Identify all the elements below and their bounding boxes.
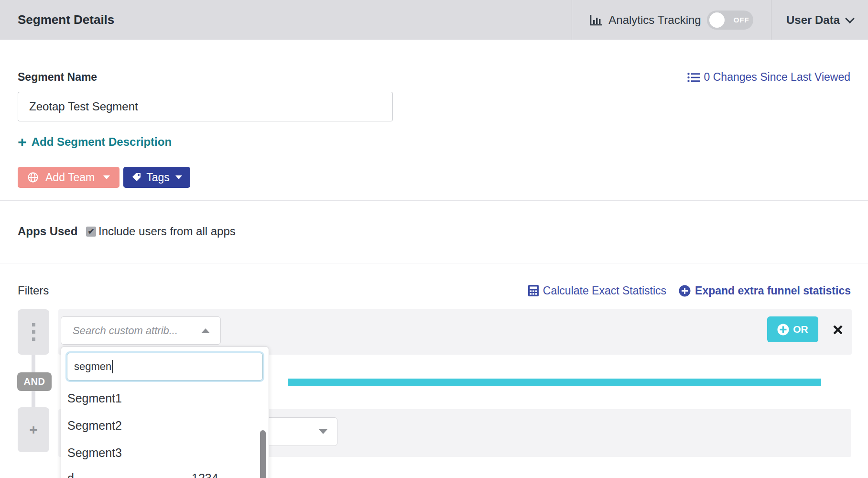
page-title: Segment Details — [18, 12, 114, 27]
dropdown-option[interactable]: Segment2 — [61, 412, 262, 439]
caret-down-icon — [175, 175, 182, 179]
drag-dot — [32, 337, 35, 341]
analytics-tracking-toggle[interactable]: OFF — [707, 11, 753, 30]
add-team-button[interactable]: Add Team — [18, 167, 119, 188]
apps-used-label: Apps Used — [18, 225, 86, 238]
tag-icon — [131, 172, 142, 183]
segment-name-input[interactable] — [18, 92, 393, 121]
chevron-down-icon — [845, 14, 855, 23]
analytics-tracking-label: Analytics Tracking — [608, 13, 701, 27]
tags-label: Tags — [146, 171, 170, 184]
and-connector-badge: AND — [17, 372, 52, 391]
tags-button[interactable]: Tags — [123, 167, 190, 188]
apps-used-section: Apps Used ✔ Include users from all apps — [0, 201, 868, 263]
attribute-search-input[interactable]: segmen — [67, 353, 263, 380]
header-actions: Analytics Tracking OFF User Data — [572, 0, 868, 40]
changes-since-last-viewed-link[interactable]: 0 Changes Since Last Viewed — [687, 71, 850, 84]
add-segment-description-link[interactable]: + Add Segment Description — [18, 135, 172, 149]
calculator-icon — [528, 285, 539, 296]
dropdown-option-partial[interactable]: d 1234 — [61, 465, 262, 478]
plus-circle-icon — [777, 324, 789, 336]
segment-name-section: Segment Name 0 Changes Since Last Viewed… — [0, 40, 868, 188]
plus-icon: + — [18, 136, 27, 148]
drag-dot — [32, 330, 35, 334]
attribute-select-placeholder: Search custom attrib... — [73, 325, 201, 337]
triangle-down-icon — [319, 429, 327, 434]
add-team-label: Add Team — [45, 171, 95, 184]
or-button-label: OR — [793, 324, 808, 335]
toggle-knob — [709, 12, 725, 28]
plus-icon: + — [29, 422, 38, 438]
filters-header: Filters Calculate Exact Statistics Expan… — [0, 284, 868, 297]
include-all-apps-checkbox[interactable]: ✔ — [86, 227, 96, 237]
analytics-tracking-control: Analytics Tracking OFF — [572, 0, 771, 40]
user-data-menu[interactable]: User Data — [771, 0, 868, 40]
attribute-search-value: segmen — [74, 360, 111, 373]
calculate-exact-statistics-link[interactable]: Calculate Exact Statistics — [528, 284, 666, 297]
user-data-label: User Data — [786, 13, 840, 27]
triangle-up-icon — [201, 328, 210, 333]
partial-option-right: 1234 — [192, 471, 218, 478]
remove-filter-button[interactable] — [832, 324, 844, 336]
include-all-apps-label: Include users from all apps — [98, 225, 236, 238]
add-or-condition-button[interactable]: OR — [767, 316, 818, 342]
plus-circle-icon — [679, 285, 691, 297]
filters-title: Filters — [18, 284, 49, 297]
partial-option-left: d — [67, 471, 74, 478]
dropdown-option[interactable]: Segment1 — [61, 385, 262, 412]
segment-name-label: Segment Name — [18, 71, 97, 84]
toggle-state-label: OFF — [730, 16, 753, 24]
attribute-dropdown-panel: segmen Segment1 Segment2 Segment3 d 1234 — [61, 347, 269, 478]
filter-drag-handle[interactable] — [18, 309, 49, 355]
expand-link-label: Expand extra funnel statistics — [695, 284, 851, 297]
custom-attribute-select[interactable]: Search custom attrib... — [61, 316, 221, 345]
section-divider — [0, 263, 868, 263]
page-header: Segment Details Analytics Tracking OFF U… — [0, 0, 868, 40]
checkmark-icon: ✔ — [87, 228, 94, 236]
caret-down-icon — [103, 175, 110, 179]
calculate-link-label: Calculate Exact Statistics — [543, 284, 666, 297]
list-icon — [687, 72, 700, 83]
add-description-label: Add Segment Description — [32, 135, 172, 149]
drag-dot — [32, 323, 35, 326]
globe-icon — [27, 172, 39, 183]
changes-link-label: 0 Changes Since Last Viewed — [704, 71, 850, 84]
segment-statistics-bar — [288, 379, 821, 386]
expand-funnel-statistics-link[interactable]: Expand extra funnel statistics — [679, 284, 851, 297]
bar-chart-icon — [590, 14, 603, 26]
text-cursor — [112, 360, 113, 373]
close-icon — [832, 324, 844, 336]
dropdown-option[interactable]: Segment3 — [61, 439, 262, 467]
add-filter-button[interactable]: + — [18, 407, 49, 452]
dropdown-scrollbar[interactable] — [260, 430, 266, 478]
filter-builder: Search custom attrib... OR AND + segmen … — [0, 309, 868, 475]
